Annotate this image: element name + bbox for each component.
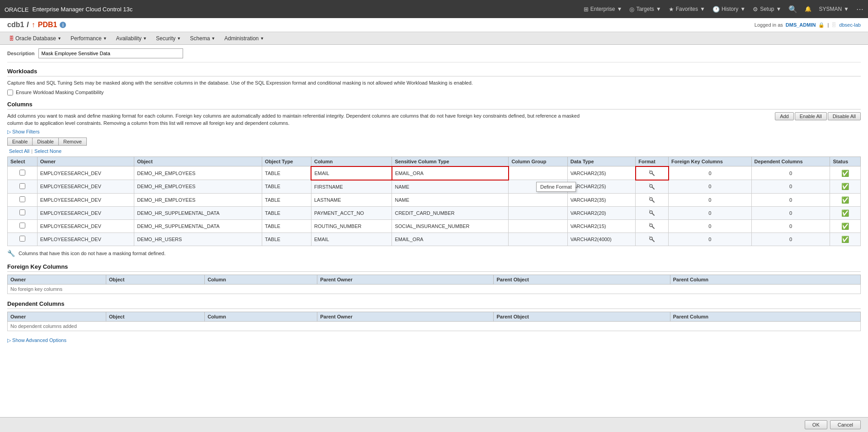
menu-security[interactable]: Security ▼ [151, 33, 185, 43]
cell-column-group [509, 206, 567, 219]
enable-button[interactable]: Enable [7, 138, 33, 146]
fk-th-parent-object: Parent Object [494, 275, 670, 284]
format-icon[interactable] [647, 222, 656, 231]
cell-object-type: TABLE [262, 206, 311, 219]
breadcrumb: cdb1 / ↑ PDB1 i [7, 21, 66, 29]
cell-fk-columns: 0 [669, 206, 752, 219]
cell-object-type: TABLE [262, 233, 311, 246]
hostname-label[interactable]: dbsec-lab [839, 22, 861, 28]
cancel-button[interactable]: Cancel [830, 420, 861, 423]
cell-status: ✅ [830, 233, 861, 246]
menu-availability[interactable]: Availability ▼ [112, 33, 151, 43]
dep-title: Dependent Columns [7, 300, 861, 309]
columns-table-body: EMPLOYEESEARCH_DEVDEMO_HR_EMPLOYEESTABLE… [8, 166, 861, 246]
cell-column-group [509, 233, 567, 246]
ok-button[interactable]: OK [805, 420, 827, 423]
enable-all-button[interactable]: Enable All [795, 112, 827, 120]
row-checkbox[interactable] [19, 183, 25, 189]
format-icon[interactable] [647, 195, 656, 204]
cell-data-type: VARCHAR2(4000) [567, 233, 636, 246]
targets-menu[interactable]: ◎ Targets ▼ [629, 6, 661, 13]
table-row: EMPLOYEESEARCH_DEVDEMO_HR_EMPLOYEESTABLE… [8, 180, 861, 194]
description-input[interactable] [38, 48, 183, 58]
fk-table: Owner Object Column Parent Owner Parent … [7, 275, 861, 294]
format-icon[interactable] [647, 235, 656, 244]
legend-icon: 🔧 [7, 250, 15, 257]
dep-th-parent-column: Parent Column [670, 312, 860, 321]
setup-arrow: ▼ [776, 6, 782, 12]
cell-column: PAYMENT_ACCT_NO [311, 206, 392, 219]
columns-btn-group: Add Enable All Disable All [775, 112, 861, 120]
cell-fk-columns: 0 [669, 166, 752, 180]
setup-menu[interactable]: ⚙ Setup ▼ [753, 6, 781, 13]
menu-performance[interactable]: Performance ▼ [66, 33, 112, 43]
pdb-label[interactable]: PDB1 [38, 21, 57, 29]
fk-table-header: Owner Object Column Parent Owner Parent … [8, 275, 861, 284]
cell-fk-columns: 0 [669, 219, 752, 233]
cell-dep-columns: 0 [751, 206, 830, 219]
table-row: EMPLOYEESEARCH_DEVDEMO_HR_EMPLOYEESTABLE… [8, 166, 861, 180]
cdb-label[interactable]: cdb1 [7, 21, 24, 29]
workloads-desc: Capture files and SQL Tuning Sets may be… [7, 79, 861, 87]
advanced-options-link[interactable]: ▷ Show Advanced Options [7, 337, 861, 343]
cell-dep-columns: 0 [751, 219, 830, 233]
user-menu[interactable]: SYSMAN ▼ [819, 6, 849, 12]
select-all-link[interactable]: Select All [7, 147, 31, 155]
th-owner: Owner [37, 157, 134, 166]
cell-data-type: VARCHAR2(20) [567, 206, 636, 219]
cell-status: ✅ [830, 219, 861, 233]
menu-oracle-database[interactable]: 🗄 Oracle Database ▼ [5, 33, 66, 43]
cell-status: ✅ [830, 180, 861, 194]
menu-administration[interactable]: Administration ▼ [220, 33, 269, 43]
define-format-tooltip: Define Format [536, 182, 576, 192]
cell-data-type: VARCHAR2(35) [567, 193, 636, 206]
row-checkbox[interactable] [19, 209, 25, 215]
dep-th-column: Column [205, 312, 317, 321]
history-arrow: ▼ [740, 6, 745, 12]
notification-icon[interactable]: 🔔 [805, 6, 811, 12]
table-btn-row: Enable Disable Remove [7, 138, 861, 146]
cell-column: LASTNAME [311, 193, 392, 206]
add-button[interactable]: Add [775, 112, 794, 120]
cell-owner: EMPLOYEESEARCH_DEV [37, 219, 134, 233]
cell-fk-columns: 0 [669, 193, 752, 206]
format-icon[interactable] [647, 182, 656, 191]
row-checkbox[interactable] [19, 236, 25, 242]
columns-desc: Add columns you want to mask and define … [7, 112, 595, 127]
app-title: Enterprise Manager Cloud Control 13c [32, 6, 132, 13]
format-icon[interactable] [647, 209, 656, 218]
th-object: Object [134, 157, 262, 166]
fk-th-parent-owner: Parent Owner [317, 275, 494, 284]
disable-button[interactable]: Disable [33, 138, 59, 146]
show-filters-link[interactable]: ▷ Show Filters [7, 129, 861, 135]
select-none-link[interactable]: Select None [33, 147, 63, 155]
workload-compat-row: Ensure Workload Masking Compatibility [7, 90, 861, 95]
info-icon[interactable]: i [60, 22, 66, 28]
login-user: DMS_ADMIN [786, 22, 816, 28]
enterprise-menu[interactable]: ⊞ Enterprise ▼ [584, 6, 623, 13]
history-menu[interactable]: 🕐 History ▼ [712, 6, 745, 13]
top-nav-right: ⊞ Enterprise ▼ ◎ Targets ▼ ★ Favorites ▼… [584, 5, 863, 14]
format-icon[interactable] [647, 169, 656, 178]
cell-object-type: TABLE [262, 219, 311, 233]
favorites-menu[interactable]: ★ Favorites ▼ [669, 6, 705, 13]
menu-performance-arrow: ▼ [103, 36, 107, 41]
remove-button[interactable]: Remove [59, 138, 87, 146]
oracle-red-text: ORACLE [5, 6, 28, 13]
search-icon[interactable]: 🔍 [788, 5, 797, 14]
row-checkbox[interactable] [19, 196, 25, 202]
cell-owner: EMPLOYEESEARCH_DEV [37, 180, 134, 194]
cell-object: DEMO_HR_EMPLOYEES [134, 180, 262, 194]
dep-th-parent-owner: Parent Owner [317, 312, 494, 321]
row-checkbox[interactable] [19, 170, 25, 176]
menu-schema[interactable]: Schema ▼ [185, 33, 220, 43]
table-row: EMPLOYEESEARCH_DEVDEMO_HR_EMPLOYEESTABLE… [8, 193, 861, 206]
more-options-icon[interactable]: ⋯ [856, 5, 863, 14]
sub-header: cdb1 / ↑ PDB1 i Logged in as DMS_ADMIN 🔒… [0, 18, 868, 32]
menu-administration-arrow: ▼ [260, 36, 264, 41]
show-filters-label: Show Filters [12, 129, 40, 134]
disable-all-button[interactable]: Disable All [828, 112, 861, 120]
workload-compat-checkbox[interactable] [7, 90, 13, 95]
row-checkbox[interactable] [19, 223, 25, 228]
description-row: Description [7, 45, 861, 62]
